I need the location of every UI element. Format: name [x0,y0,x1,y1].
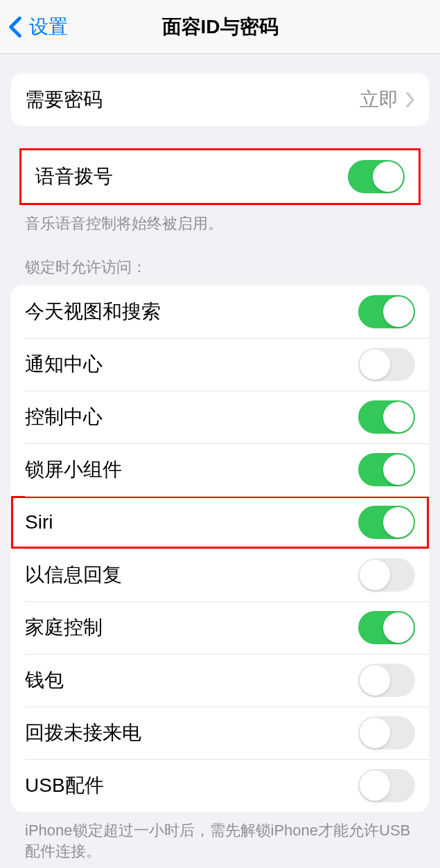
locked-access-row: 通知中心 [11,338,429,391]
require-passcode-value: 立即 [360,87,398,113]
voice-dial-row: 语音拨号 [21,150,419,203]
locked-access-footer: iPhone锁定超过一小时后，需先解锁iPhone才能允许USB配件连接。 [11,812,429,863]
locked-access-row: 以信息回复 [11,549,429,601]
locked-access-toggle[interactable] [358,295,415,328]
locked-access-label: 回拨未接来电 [25,720,358,746]
locked-access-toggle[interactable] [358,664,415,697]
section-voice-dial: 语音拨号音乐语音控制将始终被启用。 [11,148,429,235]
toggle-knob [360,560,390,590]
toggle-knob [373,161,403,192]
chevron-left-icon [8,16,22,38]
locked-access-toggle[interactable] [358,716,415,750]
locked-access-row: 锁屏小组件 [11,443,429,496]
toggle-knob [383,296,414,327]
locked-access-label: USB配件 [25,772,358,799]
toggle-knob [360,718,390,748]
locked-access-label: 今天视图和搜索 [25,299,358,325]
locked-access-toggle[interactable] [358,611,415,644]
locked-access-row: 钱包 [11,654,429,707]
locked-access-row: 控制中心 [11,391,429,443]
section-locked-access: 锁定时允许访问： 今天视图和搜索通知中心控制中心锁屏小组件Siri以信息回复家庭… [11,257,429,862]
locked-access-label: Siri [25,511,358,533]
header-bar: 设置 面容ID与密码 [0,0,440,54]
locked-access-toggle[interactable] [358,769,415,802]
voice-dial-label: 语音拨号 [35,163,348,190]
toggle-knob [383,454,414,485]
locked-access-toggle[interactable] [358,453,415,486]
locked-access-label: 锁屏小组件 [25,457,358,483]
locked-access-toggle[interactable] [358,558,415,592]
back-button[interactable]: 设置 [0,14,68,40]
toggle-knob [383,612,414,643]
locked-access-toggle[interactable] [358,506,415,539]
locked-access-label: 以信息回复 [25,562,358,588]
locked-access-toggle[interactable] [358,400,415,434]
locked-access-row: 今天视图和搜索 [11,285,429,338]
toggle-knob [360,349,390,380]
require-passcode-row[interactable]: 需要密码 立即 [11,73,429,126]
locked-access-row: 家庭控制 [11,601,429,654]
locked-access-label: 控制中心 [25,404,358,430]
locked-access-header: 锁定时允许访问： [11,257,429,285]
toggle-knob [383,507,414,538]
voice-dial-toggle[interactable] [348,160,405,193]
section-require-passcode: 需要密码 立即 [11,73,429,126]
page-title: 面容ID与密码 [162,14,279,40]
locked-access-label: 家庭控制 [25,614,358,641]
toggle-knob [360,665,390,696]
locked-access-row: Siri [11,496,429,549]
require-passcode-label: 需要密码 [25,87,360,113]
voice-dial-footer: 音乐语音控制将始终被启用。 [11,205,429,235]
locked-access-label: 通知中心 [25,351,358,378]
locked-access-toggle[interactable] [358,348,415,381]
locked-access-row: USB配件 [11,759,429,812]
locked-access-row: 回拨未接来电 [11,707,429,759]
chevron-right-icon [405,91,415,108]
toggle-knob [360,770,390,801]
locked-access-label: 钱包 [25,667,358,693]
back-label: 设置 [29,14,68,40]
toggle-knob [383,402,414,432]
